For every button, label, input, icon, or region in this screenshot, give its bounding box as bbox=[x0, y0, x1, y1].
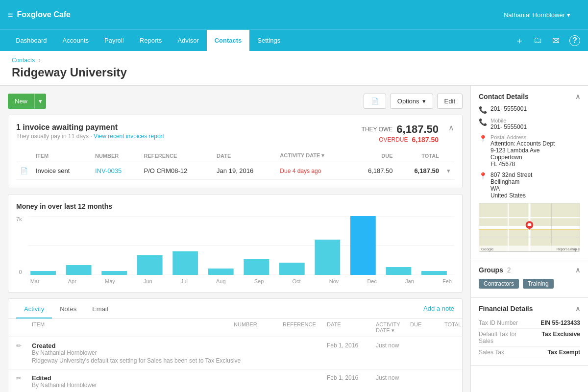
activity-date-2: Feb 1, 2016 bbox=[327, 374, 376, 381]
group-tag-contractors[interactable]: Contractors bbox=[479, 279, 519, 289]
street-line-2: Bellingham bbox=[490, 178, 532, 185]
svg-rect-4 bbox=[66, 265, 91, 275]
tab-activity[interactable]: Activity bbox=[16, 299, 52, 318]
edit-label: Edit bbox=[444, 98, 455, 105]
invoice-table: ITEM NUMBER REFERENCE DATE ACTIVITY DATE… bbox=[16, 149, 454, 180]
street-line-1: 807 32nd Street bbox=[490, 172, 532, 178]
th-activity-date: ACTIVITY DATE ▾ bbox=[276, 149, 350, 162]
add-icon[interactable]: ＋ bbox=[515, 35, 524, 47]
fin-sales-tax-label: Sales Tax bbox=[479, 349, 530, 356]
chart-y-axis: 7k 0 bbox=[16, 216, 24, 275]
nav-advisor[interactable]: Advisor bbox=[170, 30, 206, 51]
breadcrumb: Contacts › bbox=[12, 57, 576, 64]
invoice-collapse-btn[interactable]: ∧ bbox=[448, 123, 454, 132]
new-button-group: New ▾ bbox=[8, 94, 46, 109]
toolbar-right: 📄 Options ▾ Edit bbox=[364, 94, 463, 109]
postal-line-4: FL 45678 bbox=[490, 161, 555, 168]
nav-dashboard[interactable]: Dashboard bbox=[8, 30, 55, 51]
options-dropdown-icon: ▾ bbox=[422, 98, 426, 105]
doc-button[interactable]: 📄 bbox=[364, 94, 386, 109]
new-dropdown-button[interactable]: ▾ bbox=[34, 94, 46, 109]
overdue-amount: 6,187.50 bbox=[412, 136, 439, 144]
financial-details-collapse[interactable]: ∧ bbox=[575, 305, 580, 313]
activity-activity-date: Just now bbox=[376, 342, 410, 349]
options-button[interactable]: Options ▾ bbox=[390, 94, 433, 109]
mobile-row: 📞 Mobile 201- 5555001 bbox=[479, 118, 580, 130]
x-apr: Apr bbox=[68, 278, 76, 284]
new-button-label: New bbox=[15, 98, 27, 105]
postal-line-1: Attention: Accounts Dept bbox=[490, 140, 555, 147]
fin-row-sales-tax: Sales Tax Tax Exempt bbox=[479, 347, 580, 358]
th-expand bbox=[443, 149, 454, 162]
groups-collapse[interactable]: ∧ bbox=[575, 266, 580, 274]
financial-details-title: Financial Details bbox=[479, 305, 533, 313]
chart-svg bbox=[28, 216, 454, 275]
tab-notes[interactable]: Notes bbox=[52, 299, 84, 318]
x-oct: Oct bbox=[292, 278, 300, 284]
nav-settings[interactable]: Settings bbox=[249, 30, 288, 51]
x-jun: Jun bbox=[144, 278, 152, 284]
activity-row-grid-2: ✏ Edited By Nathanial Hornblower Feb 1, … bbox=[16, 374, 454, 389]
new-button[interactable]: New bbox=[8, 94, 34, 109]
right-panel: Contact Details ∧ 📞 201- 5555001 📞 Mobil… bbox=[470, 86, 588, 392]
mobile-label: Mobile bbox=[490, 118, 527, 123]
nav-reports[interactable]: Reports bbox=[132, 30, 170, 51]
activity-row-edited-1: ✏ Edited By Nathanial Hornblower Feb 1, … bbox=[8, 369, 462, 392]
group-tag-training[interactable]: Training bbox=[523, 279, 554, 289]
row-expand[interactable]: ▾ bbox=[443, 162, 454, 180]
svg-rect-11 bbox=[315, 240, 340, 275]
row-due: 6,187.50 bbox=[350, 162, 396, 180]
svg-rect-12 bbox=[350, 216, 376, 275]
postal-icon: 📍 bbox=[479, 135, 487, 143]
postal-row: 📍 Postal Address Attention: Accounts Dep… bbox=[479, 134, 580, 168]
activity-item-by-2: By Nathanial Hornblower bbox=[32, 382, 234, 389]
mail-icon[interactable]: ✉ bbox=[552, 35, 560, 46]
nav-payroll[interactable]: Payroll bbox=[97, 30, 132, 51]
invoice-number-link[interactable]: INV-0035 bbox=[95, 167, 122, 174]
col-total: TOTAL bbox=[444, 321, 454, 334]
th-date: DATE bbox=[213, 149, 276, 162]
street-info: 807 32nd Street Bellingham WA United Sta… bbox=[490, 172, 532, 199]
tab-email[interactable]: Email bbox=[84, 299, 116, 318]
map-svg: Google Report a map err bbox=[479, 203, 580, 252]
help-icon[interactable]: ? bbox=[569, 35, 580, 46]
contact-details-collapse[interactable]: ∧ bbox=[575, 93, 580, 100]
nav-action-icons: ＋ 🗂 ✉ ? bbox=[515, 35, 580, 47]
postal-label: Postal Address bbox=[490, 134, 555, 140]
activity-row-grid: ✏ Created By Nathanial Hornblower Feb 1,… bbox=[16, 342, 454, 356]
svg-rect-8 bbox=[208, 269, 233, 275]
th-reference: REFERENCE bbox=[140, 149, 213, 162]
add-note-btn[interactable]: Add a note bbox=[423, 299, 454, 318]
svg-rect-9 bbox=[244, 259, 269, 275]
x-sep: Sep bbox=[254, 278, 264, 284]
x-may: May bbox=[105, 278, 115, 284]
fin-default-tax-value: Tax Exclusive bbox=[530, 331, 581, 344]
contact-details-section: Contact Details ∧ 📞 201- 5555001 📞 Mobil… bbox=[471, 86, 588, 259]
th-icon bbox=[16, 149, 32, 162]
chart-x-labels: Mar Apr May Jun Jul Aug Sep Oct Nov Dec … bbox=[28, 278, 454, 284]
svg-rect-13 bbox=[386, 267, 411, 275]
user-menu[interactable]: Nathanial Hornblower ▾ bbox=[504, 11, 570, 19]
activity-activity-date-2: Just now bbox=[376, 374, 410, 381]
activity-date: Feb 1, 2016 bbox=[327, 342, 376, 349]
edit-button[interactable]: Edit bbox=[437, 94, 463, 109]
x-feb: Feb bbox=[442, 278, 452, 284]
folder-icon[interactable]: 🗂 bbox=[534, 35, 542, 46]
activity-card: Activity Notes Email Add a note ITEM NUM… bbox=[8, 298, 463, 392]
invoice-subtitle: They usually pay in 11 days · View recen… bbox=[16, 133, 164, 140]
svg-rect-10 bbox=[279, 263, 305, 275]
nav-contacts[interactable]: Contacts bbox=[207, 30, 250, 51]
phone-row: 📞 201- 5555001 bbox=[479, 105, 580, 114]
new-dropdown-icon: ▾ bbox=[39, 98, 42, 105]
phone-icon: 📞 bbox=[479, 106, 487, 114]
nav-accounts[interactable]: Accounts bbox=[55, 30, 97, 51]
invoice-report-link[interactable]: View recent invoices report bbox=[94, 133, 164, 140]
postal-line-3: Coppertown bbox=[490, 154, 555, 161]
groups-title: Groups 2 bbox=[479, 266, 511, 274]
breadcrumb-parent[interactable]: Contacts bbox=[12, 57, 35, 64]
activity-item-title-2: Edited bbox=[32, 374, 234, 382]
svg-text:Report a map err: Report a map err bbox=[557, 247, 580, 251]
row-reference: P/O CRM08-12 bbox=[140, 162, 213, 180]
mobile-icon: 📞 bbox=[479, 118, 487, 126]
left-panel: New ▾ 📄 Options ▾ Edit bbox=[0, 86, 470, 392]
